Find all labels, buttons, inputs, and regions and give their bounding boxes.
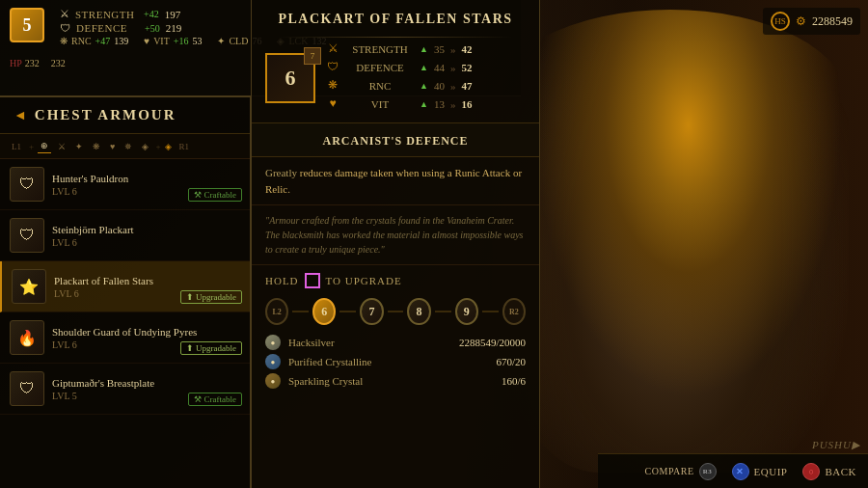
l2-button[interactable]: L2 <box>265 298 288 325</box>
filter-tab-5[interactable]: ✵ <box>122 140 135 153</box>
armor-item-badge: ⬆ Upgradable <box>180 290 242 304</box>
character-silhouette <box>492 10 849 473</box>
strength-value: 197 <box>165 9 194 20</box>
defence-label: DEFENCE <box>76 22 139 34</box>
filter-tabs-bar: L1 + ⊕ ⚔ ✦ ❋ ♥ ✵ ◈ + ◈ R1 <box>0 134 250 159</box>
stat-arrow-icon: ▲ <box>420 99 428 109</box>
armor-item-icon: ⭐ <box>12 269 46 304</box>
armor-item-level: LVL 6 <box>52 237 240 248</box>
armor-list-item[interactable]: 🛡 Giptumaðr's Breastplate LVL 5 ⚒ Crafta… <box>0 364 250 415</box>
rnc-stat: ❋ RNC +47 139 <box>60 36 128 46</box>
player-level-badge: 5 <box>10 8 44 42</box>
stat-icon: ♥ <box>325 96 340 111</box>
vit-bonus: +16 <box>174 36 189 46</box>
circle-button-icon: ○ <box>802 463 820 480</box>
filter-tab-1[interactable]: ⚔ <box>55 140 68 153</box>
hold-upgrade-prompt: HOLD TO UPGRADE <box>265 273 526 288</box>
ability-header: ARCANIST'S DEFENCE <box>252 123 539 157</box>
back-action[interactable]: ○ BACK <box>802 463 856 480</box>
pushu-logo: PUSHU▶ <box>812 439 860 451</box>
upgrade-level-8[interactable]: 8 <box>407 298 430 325</box>
stat-separator: » <box>450 80 456 92</box>
armor-item-icon: 🛡 <box>10 371 44 406</box>
compare-label: COMPARE <box>645 466 694 476</box>
filter-tab-2[interactable]: ✦ <box>72 140 86 153</box>
item-stats-block: ⚔ STRENGTH ▲ 35 » 42 🛡 DEFENCE ▲ 44 » 52… <box>325 41 526 115</box>
strength-label: STRENGTH <box>75 9 138 20</box>
defence-value: 219 <box>166 22 195 34</box>
hold-label: HOLD <box>265 275 299 286</box>
r3-button-icon: R3 <box>699 463 717 480</box>
filter-tab-3[interactable]: ❋ <box>90 140 103 153</box>
stat-name: DEFENCE <box>346 62 414 73</box>
upgrade-level-6[interactable]: 6 <box>312 298 336 325</box>
material-count: 2288549/20000 <box>459 337 526 348</box>
material-row: ● Purified Crystalline 670/20 <box>265 354 526 369</box>
stat-old-value: 44 <box>434 62 445 73</box>
arrow-left-icon[interactable]: ◄ <box>14 108 27 123</box>
left-panel: ◄ CHEST ARMOUR L1 + ⊕ ⚔ ✦ ❋ ♥ ✵ ◈ + ◈ R1… <box>0 96 251 488</box>
item-stat-row: ⚔ STRENGTH ▲ 35 » 42 <box>325 41 526 56</box>
cld-label: CLD <box>229 36 248 46</box>
hp-block: HP 232 232 <box>10 58 66 68</box>
armor-item-name: Steinbjörn Plackart <box>52 224 240 235</box>
square-button-icon <box>305 273 320 288</box>
material-name: Purified Crystalline <box>288 356 488 367</box>
material-row: ● Hacksilver 2288549/20000 <box>265 335 526 350</box>
upgrade-level-9[interactable]: 9 <box>455 298 478 325</box>
level-upgrade-indicator: 7 <box>304 47 321 65</box>
ability-highlight: reduces damage taken when using a Runic … <box>265 167 522 195</box>
r2-button[interactable]: R2 <box>502 298 526 325</box>
stat-icon: ⚔ <box>325 41 340 56</box>
stat-new-value: 47 <box>461 80 472 92</box>
material-name: Hacksilver <box>288 337 451 348</box>
to-upgrade-label: TO UPGRADE <box>326 275 402 286</box>
stat-name: RNC <box>346 80 414 92</box>
strength-bonus: +42 <box>144 9 159 19</box>
armor-item-name: Plackart of Fallen Stars <box>54 275 240 286</box>
cross-button-icon: ✕ <box>732 463 749 480</box>
armor-item-icon: 🛡 <box>10 167 44 202</box>
stat-arrow-icon: ▲ <box>420 44 428 54</box>
material-count: 670/20 <box>496 356 526 367</box>
rnc-value: 139 <box>114 36 128 46</box>
rnc-bonus: +47 <box>95 36 111 46</box>
badge-icon: ⬆ <box>186 343 194 353</box>
stat-new-value: 42 <box>461 43 472 55</box>
upgrade-level-7[interactable]: 7 <box>360 298 383 325</box>
armor-list: 🛡 Hunter's Pauldron LVL 6 ⚒ Craftable 🛡 … <box>0 159 250 415</box>
badge-icon: ⬆ <box>186 292 194 302</box>
center-panel: PLACKART OF FALLEN STARS 7 6 ⚔ STRENGTH … <box>251 0 540 488</box>
item-title: PLACKART OF FALLEN STARS <box>265 12 526 27</box>
armor-item-name: Hunter's Pauldron <box>52 173 240 184</box>
level-current: 6 <box>285 66 296 91</box>
l1-tab[interactable]: L1 <box>8 140 25 153</box>
rnc-label: RNC <box>71 36 92 46</box>
filter-tab-6[interactable]: ◈ <box>139 140 151 153</box>
armor-list-item[interactable]: 🔥 Shoulder Guard of Undying Pyres LVL 6 … <box>0 312 250 364</box>
equip-label: EQUIP <box>754 466 788 477</box>
defence-icon: 🛡 <box>60 22 70 34</box>
bottom-action-bar: COMPARE R3 ✕ EQUIP ○ BACK <box>598 453 868 488</box>
section-header: ◄ CHEST ARMOUR <box>0 97 250 134</box>
upg-separator-3 <box>388 311 404 312</box>
upgrade-section: HOLD TO UPGRADE L2 6 7 8 9 R2 ● Hacksilv… <box>252 265 539 400</box>
filter-tab-0[interactable]: ⊕ <box>38 139 51 153</box>
stat-arrow-icon: ▲ <box>420 81 428 91</box>
cld-icon: ✦ <box>217 36 225 46</box>
armor-list-item[interactable]: ⭐ Plackart of Fallen Stars LVL 6 ⬆ Upgra… <box>0 261 250 312</box>
armor-list-item[interactable]: 🛡 Hunter's Pauldron LVL 6 ⚒ Craftable <box>0 159 250 210</box>
stat-name: VIT <box>346 98 414 110</box>
stat-name: STRENGTH <box>346 43 414 55</box>
stat-separator: » <box>450 98 456 110</box>
compare-action[interactable]: COMPARE R3 <box>645 463 717 480</box>
stat-old-value: 40 <box>434 80 445 92</box>
stat-old-value: 35 <box>434 43 445 55</box>
filter-tab-4[interactable]: ♥ <box>107 140 118 153</box>
material-icon: ● <box>265 335 281 350</box>
armor-list-item[interactable]: 🛡 Steinbjörn Plackart LVL 6 <box>0 210 250 261</box>
equip-action[interactable]: ✕ EQUIP <box>732 463 788 480</box>
upg-separator-2 <box>339 311 356 312</box>
hp-value-2: 232 <box>51 58 66 68</box>
r1-tab[interactable]: R1 <box>176 140 194 153</box>
